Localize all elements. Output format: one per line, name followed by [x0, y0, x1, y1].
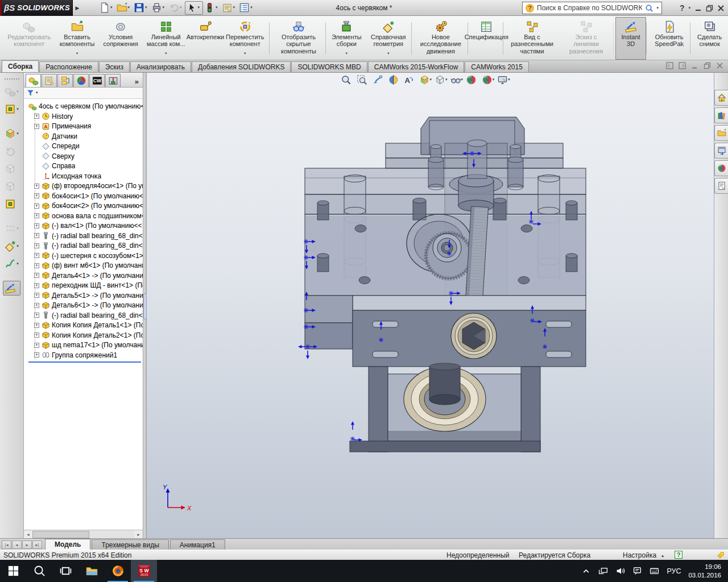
- tray-icon[interactable]: [581, 566, 591, 576]
- task-pane-tab[interactable]: [714, 143, 728, 159]
- tree-item[interactable]: (-) шестерня с косозубом<1>: [26, 251, 143, 261]
- ribbon-button[interactable]: Обновить SpeedPak: [648, 17, 690, 60]
- graphics-viewport[interactable]: Y X ▾ ▾ ▾: [147, 73, 714, 538]
- ribbon-button[interactable]: Автокрепежи: [190, 17, 221, 60]
- panel-tab[interactable]: [73, 74, 89, 87]
- task-pane-tab[interactable]: [714, 90, 728, 106]
- quick-access-button[interactable]: ▾: [150, 1, 168, 15]
- dropdown-caret[interactable]: [244, 48, 246, 56]
- tree-item[interactable]: Исходная точка: [26, 171, 143, 181]
- taskbar-app-button[interactable]: [78, 560, 105, 582]
- custom-status[interactable]: Настройка: [623, 551, 656, 559]
- filter-caret[interactable]: ▾: [36, 91, 38, 95]
- tree-item[interactable]: Деталь6<1> -> (По умолчани: [26, 301, 143, 311]
- doc-minimize-button[interactable]: [691, 62, 698, 69]
- dropdown-caret[interactable]: ▾: [16, 132, 19, 136]
- quick-access-button[interactable]: ▾: [185, 1, 204, 15]
- command-tab[interactable]: Добавления SOLIDWORKS: [192, 61, 291, 72]
- ribbon-button[interactable]: Instant 3D: [615, 17, 646, 60]
- expand-toggle[interactable]: [34, 343, 39, 348]
- tree-item[interactable]: History: [26, 111, 143, 122]
- left-toolbar-button[interactable]: ▾: [3, 281, 20, 296]
- ribbon-button[interactable]: Справочная геометрия: [365, 17, 411, 60]
- model-tab[interactable]: Анимация1: [170, 539, 225, 550]
- left-toolbar-button[interactable]: ▾: [5, 197, 19, 211]
- dropdown-caret[interactable]: ▾: [445, 78, 448, 82]
- help-caret[interactable]: ▾: [688, 6, 690, 10]
- dropdown-caret[interactable]: ▾: [198, 6, 200, 10]
- expand-toggle[interactable]: [34, 352, 39, 357]
- help-icon[interactable]: ?: [680, 3, 685, 13]
- toolbar-grip[interactable]: [5, 78, 19, 80]
- tree-item[interactable]: Группа сопряжений1: [26, 350, 143, 360]
- ribbon-button[interactable]: Сделать снимок: [692, 17, 727, 60]
- heads-up-button[interactable]: ▾: [387, 74, 402, 86]
- dropdown-caret[interactable]: [165, 48, 167, 56]
- status-caret[interactable]: ▴: [661, 553, 664, 558]
- heads-up-button[interactable]: ▾: [419, 74, 433, 86]
- heads-up-button[interactable]: ▾: [371, 74, 386, 86]
- task-pane-tab[interactable]: [714, 178, 728, 194]
- panel-tab[interactable]: [57, 74, 73, 87]
- command-tab[interactable]: Эскиз: [99, 61, 130, 72]
- scroll-left-button[interactable]: ◂: [24, 531, 32, 538]
- quick-access-button[interactable]: ▾: [238, 1, 255, 15]
- task-pane-tab[interactable]: [714, 160, 728, 176]
- expand-toggle[interactable]: [34, 243, 39, 248]
- ribbon-button[interactable]: Элементы сборки: [328, 17, 365, 60]
- expand-toggle[interactable]: [34, 253, 39, 258]
- heads-up-button[interactable]: ▾: [340, 74, 354, 86]
- expand-toggle[interactable]: [34, 114, 39, 119]
- dropdown-caret[interactable]: ▾: [163, 6, 165, 10]
- dropdown-caret[interactable]: [387, 48, 390, 56]
- left-toolbar-button[interactable]: ▾: [5, 221, 19, 236]
- expand-toggle[interactable]: [34, 223, 39, 228]
- tree-item[interactable]: основа вала с подшипником<: [26, 211, 143, 221]
- quick-access-button[interactable]: ▾: [167, 1, 185, 15]
- tree-item[interactable]: (-) вал<1> (По умолчанию<<: [26, 221, 143, 231]
- quick-access-button[interactable]: ▾: [98, 1, 115, 15]
- tree-item[interactable]: (-) radial ball bearing_68_din<1:: [26, 231, 143, 241]
- tray-icon[interactable]: [615, 566, 625, 576]
- tree-item[interactable]: бок4оси<1> (По умолчанию<: [26, 191, 143, 201]
- quick-access-button[interactable]: ▾: [203, 1, 221, 15]
- expand-toggle[interactable]: [34, 303, 39, 308]
- taskbar-app-button[interactable]: [131, 560, 157, 582]
- expand-toggle[interactable]: [34, 332, 39, 338]
- taskbar-app-button[interactable]: [52, 560, 78, 582]
- quick-tip-icon[interactable]: ?: [675, 551, 682, 559]
- expand-toggle[interactable]: [34, 203, 39, 209]
- scrollbar-track[interactable]: [32, 531, 134, 538]
- minimize-button[interactable]: [694, 5, 702, 12]
- left-toolbar-button[interactable]: ▾: [5, 84, 19, 99]
- heads-up-button[interactable]: ▾: [434, 74, 448, 86]
- dropdown-caret[interactable]: ▾: [145, 6, 147, 10]
- taskbar-app-button[interactable]: [0, 560, 26, 582]
- doc-close-button[interactable]: [716, 62, 723, 69]
- collapse-left-icon[interactable]: [666, 62, 673, 69]
- expand-toggle[interactable]: [34, 323, 39, 328]
- dropdown-caret[interactable]: ▾: [16, 107, 19, 111]
- dropdown-caret[interactable]: ▾: [461, 78, 464, 82]
- model-tab[interactable]: Трехмерные виды: [92, 539, 168, 550]
- ribbon-button[interactable]: Условия сопряжения: [100, 17, 142, 60]
- ribbon-button[interactable]: Линейный массив ком...: [142, 17, 190, 60]
- command-tab[interactable]: Расположение: [39, 61, 98, 72]
- dropdown-caret[interactable]: ▾: [16, 262, 19, 266]
- tree-item[interactable]: Копия Копия Деталь1<1> (По: [26, 321, 143, 331]
- command-tab[interactable]: SOLIDWORKS MBD: [291, 61, 367, 72]
- left-toolbar-button[interactable]: ▾: [5, 102, 19, 117]
- heads-up-button[interactable]: ▾: [403, 74, 417, 86]
- command-tab[interactable]: CAMWorks 2015: [465, 61, 528, 72]
- tree-item[interactable]: Датчики: [26, 131, 143, 142]
- panel-tab[interactable]: [42, 74, 57, 87]
- model-canvas[interactable]: Y X: [147, 73, 713, 538]
- tree-item[interactable]: переходник ШД - винт<1> (Пс: [26, 281, 143, 291]
- model-tab[interactable]: Модель: [45, 539, 90, 550]
- dropdown-caret[interactable]: ▾: [180, 6, 182, 10]
- left-toolbar-button[interactable]: ▾: [5, 239, 19, 253]
- expand-toggle[interactable]: [34, 293, 39, 298]
- taskbar-app-button[interactable]: [26, 560, 52, 582]
- expand-toggle[interactable]: [34, 184, 39, 189]
- panel-tab[interactable]: [105, 74, 121, 87]
